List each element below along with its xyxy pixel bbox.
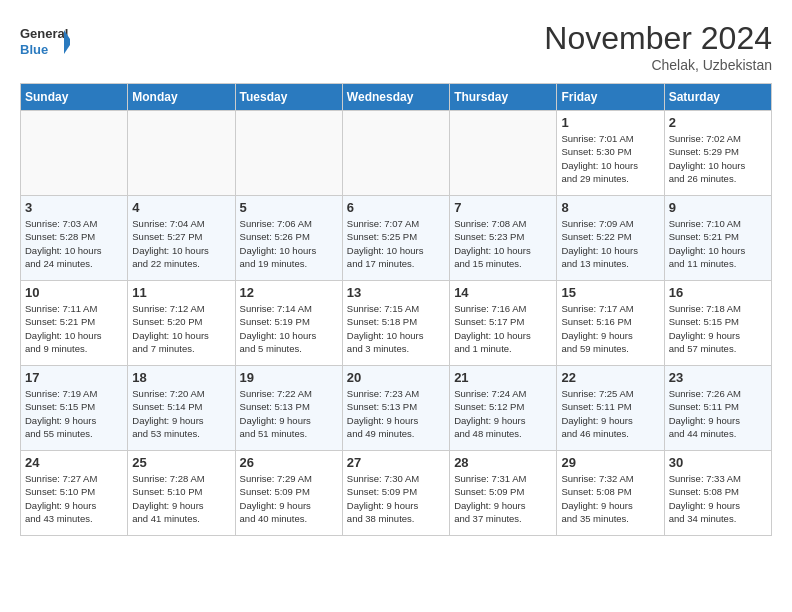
calendar-cell: 15Sunrise: 7:17 AM Sunset: 5:16 PM Dayli… <box>557 281 664 366</box>
calendar-cell <box>128 111 235 196</box>
day-number: 18 <box>132 370 230 385</box>
day-info: Sunrise: 7:29 AM Sunset: 5:09 PM Dayligh… <box>240 472 338 525</box>
day-info: Sunrise: 7:19 AM Sunset: 5:15 PM Dayligh… <box>25 387 123 440</box>
day-info: Sunrise: 7:22 AM Sunset: 5:13 PM Dayligh… <box>240 387 338 440</box>
day-number: 8 <box>561 200 659 215</box>
day-info: Sunrise: 7:27 AM Sunset: 5:10 PM Dayligh… <box>25 472 123 525</box>
day-info: Sunrise: 7:18 AM Sunset: 5:15 PM Dayligh… <box>669 302 767 355</box>
calendar-cell: 21Sunrise: 7:24 AM Sunset: 5:12 PM Dayli… <box>450 366 557 451</box>
calendar-cell: 20Sunrise: 7:23 AM Sunset: 5:13 PM Dayli… <box>342 366 449 451</box>
calendar-cell <box>450 111 557 196</box>
day-info: Sunrise: 7:32 AM Sunset: 5:08 PM Dayligh… <box>561 472 659 525</box>
day-info: Sunrise: 7:26 AM Sunset: 5:11 PM Dayligh… <box>669 387 767 440</box>
calendar-cell: 26Sunrise: 7:29 AM Sunset: 5:09 PM Dayli… <box>235 451 342 536</box>
day-number: 29 <box>561 455 659 470</box>
title-area: November 2024 Chelak, Uzbekistan <box>544 20 772 73</box>
calendar-cell: 29Sunrise: 7:32 AM Sunset: 5:08 PM Dayli… <box>557 451 664 536</box>
day-info: Sunrise: 7:15 AM Sunset: 5:18 PM Dayligh… <box>347 302 445 355</box>
day-number: 11 <box>132 285 230 300</box>
day-info: Sunrise: 7:14 AM Sunset: 5:19 PM Dayligh… <box>240 302 338 355</box>
day-number: 6 <box>347 200 445 215</box>
weekday-header-saturday: Saturday <box>664 84 771 111</box>
day-info: Sunrise: 7:04 AM Sunset: 5:27 PM Dayligh… <box>132 217 230 270</box>
day-number: 17 <box>25 370 123 385</box>
day-number: 1 <box>561 115 659 130</box>
calendar-cell: 2Sunrise: 7:02 AM Sunset: 5:29 PM Daylig… <box>664 111 771 196</box>
calendar-cell: 10Sunrise: 7:11 AM Sunset: 5:21 PM Dayli… <box>21 281 128 366</box>
day-info: Sunrise: 7:07 AM Sunset: 5:25 PM Dayligh… <box>347 217 445 270</box>
day-info: Sunrise: 7:01 AM Sunset: 5:30 PM Dayligh… <box>561 132 659 185</box>
week-row-3: 10Sunrise: 7:11 AM Sunset: 5:21 PM Dayli… <box>21 281 772 366</box>
calendar-cell: 11Sunrise: 7:12 AM Sunset: 5:20 PM Dayli… <box>128 281 235 366</box>
calendar-cell: 6Sunrise: 7:07 AM Sunset: 5:25 PM Daylig… <box>342 196 449 281</box>
day-info: Sunrise: 7:02 AM Sunset: 5:29 PM Dayligh… <box>669 132 767 185</box>
day-number: 3 <box>25 200 123 215</box>
calendar-cell: 22Sunrise: 7:25 AM Sunset: 5:11 PM Dayli… <box>557 366 664 451</box>
day-number: 19 <box>240 370 338 385</box>
day-info: Sunrise: 7:06 AM Sunset: 5:26 PM Dayligh… <box>240 217 338 270</box>
calendar-cell: 1Sunrise: 7:01 AM Sunset: 5:30 PM Daylig… <box>557 111 664 196</box>
weekday-header-tuesday: Tuesday <box>235 84 342 111</box>
page-header: General Blue November 2024 Chelak, Uzbek… <box>20 20 772 73</box>
calendar-cell <box>235 111 342 196</box>
calendar-cell: 8Sunrise: 7:09 AM Sunset: 5:22 PM Daylig… <box>557 196 664 281</box>
calendar-cell: 3Sunrise: 7:03 AM Sunset: 5:28 PM Daylig… <box>21 196 128 281</box>
day-number: 28 <box>454 455 552 470</box>
svg-text:Blue: Blue <box>20 42 48 57</box>
logo-svg: General Blue <box>20 20 70 64</box>
day-number: 21 <box>454 370 552 385</box>
day-info: Sunrise: 7:08 AM Sunset: 5:23 PM Dayligh… <box>454 217 552 270</box>
day-number: 15 <box>561 285 659 300</box>
calendar-cell: 23Sunrise: 7:26 AM Sunset: 5:11 PM Dayli… <box>664 366 771 451</box>
calendar-cell: 25Sunrise: 7:28 AM Sunset: 5:10 PM Dayli… <box>128 451 235 536</box>
day-number: 4 <box>132 200 230 215</box>
weekday-header-thursday: Thursday <box>450 84 557 111</box>
day-number: 5 <box>240 200 338 215</box>
calendar-cell: 18Sunrise: 7:20 AM Sunset: 5:14 PM Dayli… <box>128 366 235 451</box>
day-info: Sunrise: 7:33 AM Sunset: 5:08 PM Dayligh… <box>669 472 767 525</box>
day-number: 7 <box>454 200 552 215</box>
weekday-header-row: SundayMondayTuesdayWednesdayThursdayFrid… <box>21 84 772 111</box>
calendar-cell: 16Sunrise: 7:18 AM Sunset: 5:15 PM Dayli… <box>664 281 771 366</box>
day-info: Sunrise: 7:11 AM Sunset: 5:21 PM Dayligh… <box>25 302 123 355</box>
calendar-cell: 9Sunrise: 7:10 AM Sunset: 5:21 PM Daylig… <box>664 196 771 281</box>
calendar-cell: 24Sunrise: 7:27 AM Sunset: 5:10 PM Dayli… <box>21 451 128 536</box>
day-info: Sunrise: 7:28 AM Sunset: 5:10 PM Dayligh… <box>132 472 230 525</box>
day-number: 16 <box>669 285 767 300</box>
logo: General Blue <box>20 20 70 64</box>
day-info: Sunrise: 7:30 AM Sunset: 5:09 PM Dayligh… <box>347 472 445 525</box>
day-info: Sunrise: 7:03 AM Sunset: 5:28 PM Dayligh… <box>25 217 123 270</box>
day-number: 2 <box>669 115 767 130</box>
day-number: 20 <box>347 370 445 385</box>
calendar-cell: 28Sunrise: 7:31 AM Sunset: 5:09 PM Dayli… <box>450 451 557 536</box>
day-info: Sunrise: 7:20 AM Sunset: 5:14 PM Dayligh… <box>132 387 230 440</box>
day-info: Sunrise: 7:31 AM Sunset: 5:09 PM Dayligh… <box>454 472 552 525</box>
calendar-cell: 7Sunrise: 7:08 AM Sunset: 5:23 PM Daylig… <box>450 196 557 281</box>
day-info: Sunrise: 7:23 AM Sunset: 5:13 PM Dayligh… <box>347 387 445 440</box>
week-row-2: 3Sunrise: 7:03 AM Sunset: 5:28 PM Daylig… <box>21 196 772 281</box>
month-title: November 2024 <box>544 20 772 57</box>
calendar-cell: 13Sunrise: 7:15 AM Sunset: 5:18 PM Dayli… <box>342 281 449 366</box>
day-info: Sunrise: 7:16 AM Sunset: 5:17 PM Dayligh… <box>454 302 552 355</box>
calendar-cell <box>21 111 128 196</box>
calendar-cell: 27Sunrise: 7:30 AM Sunset: 5:09 PM Dayli… <box>342 451 449 536</box>
day-number: 24 <box>25 455 123 470</box>
calendar-cell: 5Sunrise: 7:06 AM Sunset: 5:26 PM Daylig… <box>235 196 342 281</box>
calendar-table: SundayMondayTuesdayWednesdayThursdayFrid… <box>20 83 772 536</box>
calendar-cell: 4Sunrise: 7:04 AM Sunset: 5:27 PM Daylig… <box>128 196 235 281</box>
calendar-cell: 17Sunrise: 7:19 AM Sunset: 5:15 PM Dayli… <box>21 366 128 451</box>
svg-text:General: General <box>20 26 68 41</box>
week-row-5: 24Sunrise: 7:27 AM Sunset: 5:10 PM Dayli… <box>21 451 772 536</box>
day-number: 13 <box>347 285 445 300</box>
calendar-cell: 12Sunrise: 7:14 AM Sunset: 5:19 PM Dayli… <box>235 281 342 366</box>
weekday-header-sunday: Sunday <box>21 84 128 111</box>
day-info: Sunrise: 7:24 AM Sunset: 5:12 PM Dayligh… <box>454 387 552 440</box>
calendar-cell: 30Sunrise: 7:33 AM Sunset: 5:08 PM Dayli… <box>664 451 771 536</box>
day-info: Sunrise: 7:17 AM Sunset: 5:16 PM Dayligh… <box>561 302 659 355</box>
day-info: Sunrise: 7:12 AM Sunset: 5:20 PM Dayligh… <box>132 302 230 355</box>
calendar-cell: 14Sunrise: 7:16 AM Sunset: 5:17 PM Dayli… <box>450 281 557 366</box>
location: Chelak, Uzbekistan <box>544 57 772 73</box>
week-row-1: 1Sunrise: 7:01 AM Sunset: 5:30 PM Daylig… <box>21 111 772 196</box>
day-number: 10 <box>25 285 123 300</box>
weekday-header-friday: Friday <box>557 84 664 111</box>
